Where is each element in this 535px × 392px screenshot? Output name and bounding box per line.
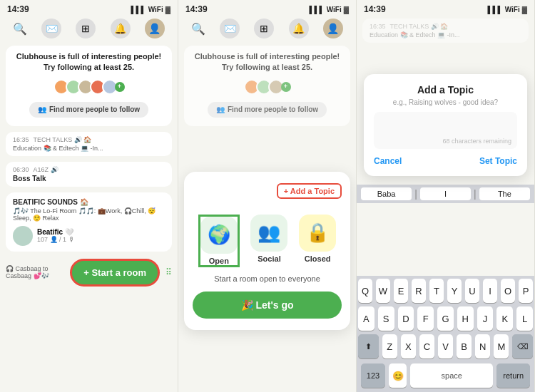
return-key[interactable]: return: [496, 363, 530, 388]
sep-1: |: [414, 188, 417, 200]
promo-title: Clubhouse is full of interesting people!: [13, 51, 165, 62]
search-icon[interactable]: 🔍: [13, 22, 27, 36]
key-m[interactable]: M: [494, 334, 509, 359]
find-more-button-2[interactable]: 👥 Find more people to follow: [208, 102, 327, 118]
battery-icon: ▓: [165, 6, 170, 14]
key-x[interactable]: X: [401, 334, 416, 359]
grid-icon[interactable]: ⊞: [76, 19, 96, 38]
status-time-1: 14:39: [7, 4, 29, 14]
kb-bottom-row: 123 😊 space return: [358, 362, 533, 389]
room-header-1: 16:35 TECH TALKS 🔊 🏠: [13, 136, 165, 143]
key-h[interactable]: H: [457, 306, 474, 331]
key-p[interactable]: P: [519, 279, 533, 303]
avatar-icon-2[interactable]: 👤: [323, 19, 343, 38]
dialog-cancel-button[interactable]: Cancel: [374, 156, 402, 166]
key-s[interactable]: S: [378, 306, 394, 331]
kb-row-3: ⬆ Z X C V B N M ⌫: [358, 334, 533, 359]
panel-1: 14:39 ▌▌▌ WiFi ▓ 🔍 ✉️ ⊞ 🔔 👤 Clubhouse is…: [0, 0, 178, 392]
suggestion-3[interactable]: The: [479, 187, 530, 200]
key-t[interactable]: T: [429, 279, 444, 303]
key-y[interactable]: Y: [447, 279, 462, 303]
key-w[interactable]: W: [376, 279, 390, 303]
beatific-avatar: [13, 226, 33, 246]
dialog-set-topic-button[interactable]: Set Topic: [479, 156, 517, 166]
key-o[interactable]: O: [501, 279, 515, 303]
signal-icon-2: ▌▌▌: [309, 6, 324, 14]
beatific-desc: 🎵🎶 The Lo-Fi Room 🎵🎵: 💼Work, 🎧Chill, 😴Sl…: [13, 207, 165, 222]
closed-room-icon: 🔒: [299, 215, 336, 252]
key-l[interactable]: L: [516, 306, 533, 331]
start-room-label: + Start a room: [83, 267, 146, 278]
key-c[interactable]: C: [419, 334, 434, 359]
key-g[interactable]: G: [437, 306, 454, 331]
keyboard: Q W E R T Y U I O P A S D F G H J K L ⬆ …: [357, 276, 534, 392]
bell-icon-2[interactable]: 🔔: [289, 19, 309, 38]
key-n[interactable]: N: [475, 334, 490, 359]
find-more-button[interactable]: 👥 Find more people to follow: [29, 102, 148, 118]
grid-icon-2[interactable]: ⊞: [254, 19, 274, 38]
room-header-2: 06:30 A16Z 🔊: [13, 166, 165, 173]
suggestion-2[interactable]: I: [420, 187, 471, 200]
add-topic-dialog: Add a Topic e.g., Raising wolves - good …: [364, 74, 527, 176]
inbox-icon[interactable]: ✉️: [41, 19, 61, 38]
promo-faces-2: +: [191, 78, 343, 96]
suggestions-row: Baba | I | The: [357, 185, 534, 203]
add-topic-link[interactable]: + Add a Topic: [277, 183, 342, 199]
numbers-key[interactable]: 123: [361, 363, 385, 388]
key-j[interactable]: J: [477, 306, 494, 331]
search-icon-2[interactable]: 🔍: [191, 22, 205, 36]
emoji-key[interactable]: 😊: [389, 363, 407, 388]
key-z[interactable]: Z: [382, 334, 397, 359]
status-icons-1: ▌▌▌ WiFi ▓: [131, 6, 170, 14]
signal-icon-3: ▌▌▌: [487, 6, 502, 14]
key-k[interactable]: K: [496, 306, 513, 331]
dialog-actions: Cancel Set Topic: [374, 156, 517, 166]
key-d[interactable]: D: [398, 306, 414, 331]
room-type-open[interactable]: 🌍 Open: [198, 215, 240, 267]
dots-icon[interactable]: ⠿: [165, 267, 172, 277]
key-i[interactable]: I: [483, 279, 497, 303]
nav-bar-1: 🔍 ✉️ ⊞ 🔔 👤: [0, 16, 178, 43]
beatific-card[interactable]: BEATIFIC SOUNDS 🏠 🎵🎶 The Lo-Fi Room 🎵🎵: …: [6, 192, 172, 252]
room-title-2: Boss Talk: [13, 175, 165, 182]
start-room-button[interactable]: + Start a room: [70, 259, 160, 287]
find-more-label: Find more people to follow: [49, 105, 140, 115]
room-item-1[interactable]: 16:35 TECH TALKS 🔊 🏠 Education 📚 & Edtec…: [6, 132, 172, 156]
bg-room-1: 16:35 TECH TALKS 🔊 🏠 Education 📚 & Edtec…: [362, 19, 529, 43]
promo-banner-2: Clubhouse is full of interesting people!…: [184, 46, 350, 126]
shift-key[interactable]: ⬆: [358, 334, 379, 359]
inbox-icon-2[interactable]: ✉️: [220, 19, 240, 38]
key-a[interactable]: A: [358, 306, 374, 331]
dialog-input[interactable]: 68 characters remaining: [374, 112, 517, 149]
plus-badge: +: [115, 82, 125, 92]
promo-faces: +: [13, 78, 165, 96]
find-more-icon-2: 👥: [216, 105, 225, 115]
social-room-icon: 👥: [250, 215, 287, 252]
status-time-3: 14:39: [364, 4, 386, 14]
key-b[interactable]: B: [457, 334, 472, 359]
suggestion-1[interactable]: Baba: [361, 187, 412, 200]
key-u[interactable]: U: [465, 279, 479, 303]
find-more-icon: 👥: [38, 105, 46, 115]
room-type-closed[interactable]: 🔒 Closed: [299, 215, 336, 267]
key-r[interactable]: R: [412, 279, 426, 303]
delete-key[interactable]: ⌫: [512, 334, 533, 359]
lets-go-button[interactable]: 🎉 Let's go: [193, 292, 342, 319]
status-bar-1: 14:39 ▌▌▌ WiFi ▓: [0, 0, 178, 16]
key-f[interactable]: F: [417, 306, 434, 331]
avatar-icon[interactable]: 👤: [145, 19, 165, 38]
promo-sub: Try following at least 25.: [13, 62, 165, 73]
room-type-social[interactable]: 👥 Social: [250, 215, 287, 267]
bell-icon[interactable]: 🔔: [111, 19, 131, 38]
room-item-2[interactable]: 06:30 A16Z 🔊 Boss Talk: [6, 162, 172, 187]
key-v[interactable]: V: [438, 334, 453, 359]
space-key[interactable]: space: [410, 363, 493, 388]
room-types: 🌍 Open 👥 Social 🔒 Closed: [193, 215, 342, 267]
promo-title-2: Clubhouse is full of interesting people!: [191, 51, 343, 62]
key-e[interactable]: E: [394, 279, 408, 303]
social-room-label: Social: [258, 254, 280, 263]
room-type-desc: Start a room open to everyone: [193, 274, 342, 283]
beatific-name: Beatific 🤍: [37, 228, 75, 236]
key-q[interactable]: Q: [358, 279, 372, 303]
room-desc-1: Education 📚 & Edtech 💻 -In...: [13, 145, 165, 152]
